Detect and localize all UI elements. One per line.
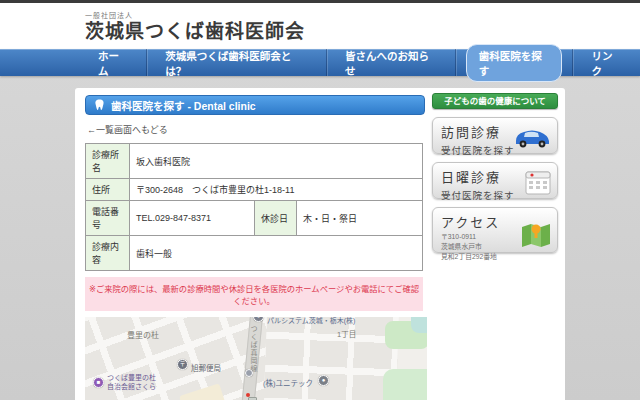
nav-item-links[interactable]: リンク — [572, 49, 640, 76]
table-row: 電話番号 TEL.029-847-8371 休診日 木・日・祭日 — [86, 201, 423, 236]
nav-item-home[interactable]: ホーム — [80, 49, 146, 76]
org-type-text: 一般社団法人 — [85, 10, 305, 20]
closed-days-label: 休診日 — [255, 201, 297, 236]
sunday-care-box[interactable]: 日曜診療 受付医院を探す — [432, 162, 558, 199]
calendar-icon — [524, 169, 552, 196]
company-poi-label: パルシステム茨城・栃木(株) — [267, 317, 355, 325]
map-area-label: 豊里の杜 — [127, 329, 159, 340]
address-value: 〒300-2648 つくば市豊里の杜1-18-11 — [130, 179, 423, 201]
unitech-poi-icon: ● — [318, 375, 329, 386]
section-title-bar: 歯科医院を探す - Dental clinic — [85, 95, 425, 115]
clinic-info-table: 診療所名 坂入歯科医院 住所 〒300-2648 つくば市豊里の杜1-18-11… — [85, 143, 423, 271]
back-to-list-link[interactable]: ←一覧画面へもどる — [87, 123, 425, 136]
nav-item-about[interactable]: 茨城県つくば歯科医師会とは？ — [146, 49, 326, 76]
table-row: 住所 〒300-2648 つくば市豊里の杜1-18-11 — [86, 179, 423, 201]
access-box[interactable]: アクセス 〒310-0911 茨城県水戸市 見和2丁目292番地 — [432, 207, 558, 253]
site-title: 茨城県つくば歯科医師会 — [85, 20, 305, 44]
post-office-icon: 〒 — [177, 359, 188, 370]
map-park — [383, 369, 427, 400]
small-poi-icon — [245, 369, 253, 377]
address-label: 住所 — [86, 179, 130, 201]
clinic-map[interactable]: つくば真岡線 45 豊里の杜 1丁目 ● パルシステム茨城・栃木(株) 〒 旭郵… — [85, 317, 427, 400]
services-label: 診療内容 — [86, 236, 130, 271]
clinic-name-value: 坂入歯科医院 — [130, 144, 423, 179]
table-row: 診療内容 歯科一般 — [86, 236, 423, 271]
community-label: つくば豊里の杜 自治会館さくら — [107, 374, 156, 392]
destination-marker-icon — [246, 393, 250, 397]
nav-item-find-clinic[interactable]: 歯科医院を探す — [455, 49, 573, 76]
closed-days-value: 木・日・祭日 — [297, 201, 423, 236]
main-nav: ホーム 茨城県つくば歯科医師会とは？ 皆さんへのお知らせ 歯科医院を探す リンク — [0, 49, 640, 76]
map-area-label: 1丁目 — [337, 328, 356, 339]
section-title: 歯科医院を探す - Dental clinic — [111, 98, 256, 113]
nav-item-news[interactable]: 皆さんへのお知らせ — [326, 49, 455, 76]
tooth-icon — [94, 99, 105, 111]
main-column: 歯科医院を探す - Dental clinic ←一覧画面へもどる 診療所名 坂… — [85, 95, 425, 400]
access-map-icon — [520, 221, 552, 247]
phone-label: 電話番号 — [86, 201, 130, 236]
map-road-name: つくば真岡線 — [248, 325, 258, 373]
visit-care-box[interactable]: 訪問診療 受付医院を探す — [432, 117, 558, 154]
unitech-label: (株)ユニテック — [263, 377, 313, 388]
clinic-name-label: 診療所名 — [86, 144, 130, 179]
phone-value: TEL.029-847-8371 — [130, 201, 255, 236]
car-icon — [512, 127, 552, 149]
site-header: 一般社団法人 茨城県つくば歯科医師会 — [0, 3, 640, 49]
post-office-label: 旭郵便局 — [191, 362, 221, 373]
community-poi-icon: ■ — [93, 377, 104, 388]
map-water — [411, 317, 427, 333]
table-row: 診療所名 坂入歯科医院 — [86, 144, 423, 179]
services-value: 歯科一般 — [130, 236, 423, 271]
visit-notice: ※ご来院の際には、最新の診療時間や休診日を各医院のホームページやお電話にてご確認… — [85, 277, 423, 311]
kids-dental-health-button[interactable]: 子どもの歯の健康について — [432, 93, 558, 109]
sidebar: 子どもの歯の健康について 訪問診療 受付医院を探す 日曜診療 受付医院を探す ア… — [432, 93, 558, 253]
site-logo[interactable]: 一般社団法人 茨城県つくば歯科医師会 — [85, 10, 305, 44]
